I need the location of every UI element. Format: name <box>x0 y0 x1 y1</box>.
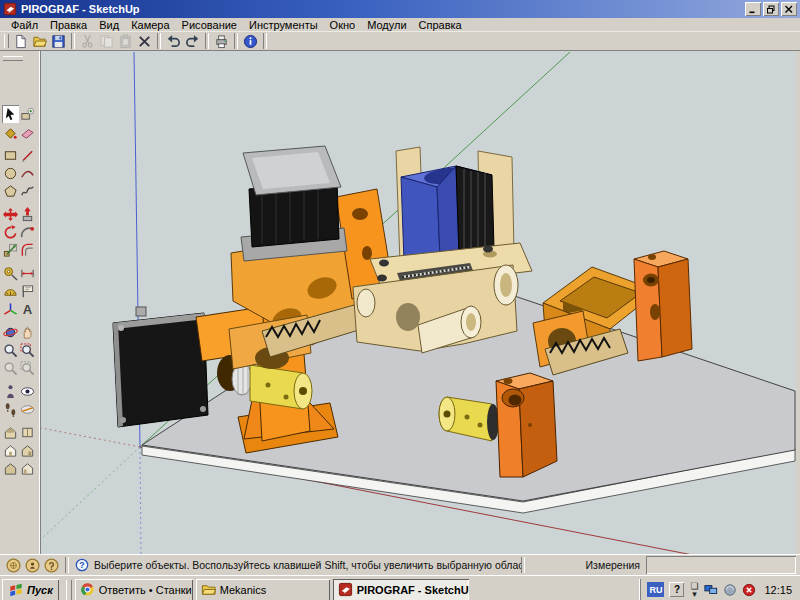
line-tool-button[interactable] <box>19 146 36 164</box>
taskbar-item-folder[interactable]: Mekanics <box>196 579 330 600</box>
start-label: Пуск <box>27 584 53 596</box>
select-icon <box>3 107 18 122</box>
viewport-3d[interactable] <box>41 51 796 554</box>
polygon-tool-button[interactable] <box>2 182 19 200</box>
restore-button[interactable] <box>763 2 779 16</box>
undo-button[interactable] <box>164 33 183 50</box>
menu-bar: Файл Правка Вид Камера Рисование Инструм… <box>0 18 800 32</box>
view-right-icon <box>20 443 35 458</box>
title-bar: PIROGRAF - SketchUp <box>0 0 800 18</box>
menu-draw[interactable]: Рисование <box>176 19 243 31</box>
select-tool-button[interactable] <box>2 105 19 123</box>
3d-text-tool-button[interactable] <box>19 300 36 318</box>
follow-me-tool-button[interactable] <box>19 223 36 241</box>
dimension-tool-button[interactable] <box>19 264 36 282</box>
taskbar-grip[interactable] <box>66 580 72 600</box>
circle-tool-button[interactable] <box>2 164 19 182</box>
axes-icon <box>3 302 18 317</box>
open-button[interactable] <box>30 33 49 50</box>
text-tool-button[interactable] <box>19 282 36 300</box>
paint-bucket-icon <box>3 125 18 140</box>
menu-edit[interactable]: Правка <box>44 19 93 31</box>
chrome-icon <box>80 582 95 597</box>
section-plane-button[interactable] <box>19 400 36 418</box>
offset-tool-button[interactable] <box>19 241 36 259</box>
zoom-window-button[interactable] <box>19 341 36 359</box>
view-right-button[interactable] <box>19 441 36 459</box>
make-component-button[interactable] <box>19 105 36 123</box>
language-indicator[interactable]: RU <box>647 582 664 597</box>
paint-bucket-button[interactable] <box>2 123 19 141</box>
view-left-button[interactable] <box>19 459 36 477</box>
agent-tray-icon[interactable] <box>723 583 737 597</box>
orbit-tool-button[interactable] <box>2 323 19 341</box>
menu-tools[interactable]: Инструменты <box>243 19 324 31</box>
eraser-icon <box>20 125 35 140</box>
credits-icon[interactable] <box>25 558 40 573</box>
protractor-tool-button[interactable] <box>2 282 19 300</box>
help-icon[interactable] <box>75 558 89 572</box>
menu-camera[interactable]: Камера <box>125 19 175 31</box>
measurements-label: Измерения <box>525 559 646 571</box>
zoom-tool-button[interactable] <box>2 341 19 359</box>
view-iso-button[interactable] <box>2 423 19 441</box>
minimize-button[interactable] <box>745 2 761 16</box>
save-button[interactable] <box>49 33 68 50</box>
taskbar-clock[interactable]: 12:15 <box>761 584 798 596</box>
start-button[interactable]: Пуск <box>2 579 59 600</box>
print-button[interactable] <box>212 33 231 50</box>
menu-window[interactable]: Окно <box>324 19 362 31</box>
look-around-button[interactable] <box>19 382 36 400</box>
rectangle-icon <box>3 148 18 163</box>
arc-tool-button[interactable] <box>19 164 36 182</box>
geolocation-icon[interactable] <box>6 558 21 573</box>
rotate-tool-button[interactable] <box>2 223 19 241</box>
toolbar-grip[interactable] <box>4 34 9 48</box>
zoom-previous-button <box>2 359 19 377</box>
rectangle-tool-button[interactable] <box>2 146 19 164</box>
sketchup-icon <box>338 582 353 597</box>
status-hint-text: Выберите объекты. Воспользуйтесь клавише… <box>94 559 521 571</box>
menu-view[interactable]: Вид <box>93 19 125 31</box>
menu-help[interactable]: Справка <box>413 19 468 31</box>
walk-tool-button[interactable] <box>2 400 19 418</box>
cut-button <box>78 33 97 50</box>
move-tool-button[interactable] <box>2 205 19 223</box>
position-camera-icon <box>3 384 18 399</box>
scale-tool-button[interactable] <box>2 241 19 259</box>
security-alert-icon[interactable] <box>742 583 756 597</box>
look-around-icon <box>20 384 35 399</box>
model-info-button[interactable] <box>241 33 260 50</box>
hidden-icons-button[interactable]: ❏▾ <box>689 582 699 598</box>
close-button[interactable] <box>781 2 797 16</box>
view-back-button[interactable] <box>2 459 19 477</box>
push-pull-tool-button[interactable] <box>19 205 36 223</box>
tape-measure-button[interactable] <box>2 264 19 282</box>
redo-button[interactable] <box>183 33 202 50</box>
pan-tool-button[interactable] <box>19 323 36 341</box>
follow-me-icon <box>20 225 35 240</box>
erase-button[interactable] <box>135 33 154 50</box>
menu-plugins[interactable]: Модули <box>361 19 412 31</box>
sign-in-icon[interactable] <box>44 558 59 573</box>
eraser-button[interactable] <box>19 123 36 141</box>
view-front-button[interactable] <box>2 441 19 459</box>
zoom-previous-icon <box>3 361 18 376</box>
menu-file[interactable]: Файл <box>5 19 44 31</box>
taskbar-item-browser[interactable]: Ответить • Станки с Ч... <box>75 579 193 600</box>
protractor-icon <box>3 284 18 299</box>
display-settings-icon[interactable] <box>704 583 718 597</box>
view-top-button[interactable] <box>19 423 36 441</box>
view-front-icon <box>3 443 18 458</box>
new-button[interactable] <box>11 33 30 50</box>
freehand-tool-button[interactable] <box>19 182 36 200</box>
position-camera-button[interactable] <box>2 382 19 400</box>
taskbar-item-sketchup[interactable]: PIROGRAF - SketchUp <box>333 579 469 600</box>
zoom-next-icon <box>20 361 35 376</box>
move-icon <box>3 207 18 222</box>
measurements-input[interactable] <box>646 556 796 574</box>
axes-tool-button[interactable] <box>2 300 19 318</box>
toolbar-separator <box>157 33 161 49</box>
paste-button <box>116 33 135 50</box>
tray-help-icon[interactable]: ? <box>669 582 684 597</box>
